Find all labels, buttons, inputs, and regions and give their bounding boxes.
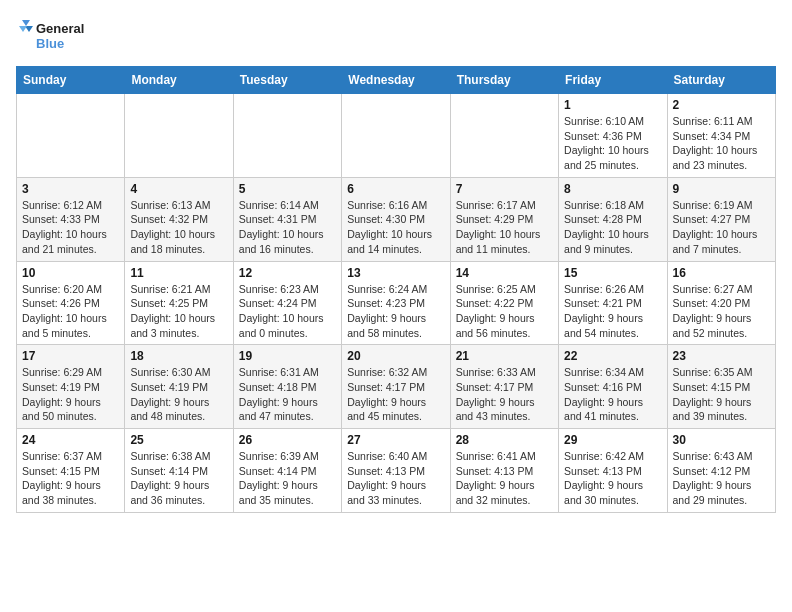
day-number: 17: [22, 349, 119, 363]
day-info: Sunrise: 6:13 AM Sunset: 4:32 PM Dayligh…: [130, 198, 227, 257]
day-number: 21: [456, 349, 553, 363]
day-info: Sunrise: 6:26 AM Sunset: 4:21 PM Dayligh…: [564, 282, 661, 341]
day-number: 24: [22, 433, 119, 447]
day-number: 6: [347, 182, 444, 196]
calendar-cell: 4Sunrise: 6:13 AM Sunset: 4:32 PM Daylig…: [125, 177, 233, 261]
logo-svg: General Blue: [16, 16, 86, 56]
header-wednesday: Wednesday: [342, 67, 450, 94]
header-thursday: Thursday: [450, 67, 558, 94]
day-number: 11: [130, 266, 227, 280]
day-number: 2: [673, 98, 770, 112]
calendar-cell: 15Sunrise: 6:26 AM Sunset: 4:21 PM Dayli…: [559, 261, 667, 345]
day-info: Sunrise: 6:29 AM Sunset: 4:19 PM Dayligh…: [22, 365, 119, 424]
day-number: 15: [564, 266, 661, 280]
day-info: Sunrise: 6:43 AM Sunset: 4:12 PM Dayligh…: [673, 449, 770, 508]
calendar-cell: 28Sunrise: 6:41 AM Sunset: 4:13 PM Dayli…: [450, 429, 558, 513]
day-number: 14: [456, 266, 553, 280]
day-info: Sunrise: 6:24 AM Sunset: 4:23 PM Dayligh…: [347, 282, 444, 341]
calendar-cell: [450, 94, 558, 178]
calendar-cell: 25Sunrise: 6:38 AM Sunset: 4:14 PM Dayli…: [125, 429, 233, 513]
day-number: 29: [564, 433, 661, 447]
calendar-cell: 12Sunrise: 6:23 AM Sunset: 4:24 PM Dayli…: [233, 261, 341, 345]
day-number: 10: [22, 266, 119, 280]
day-info: Sunrise: 6:18 AM Sunset: 4:28 PM Dayligh…: [564, 198, 661, 257]
calendar-cell: 16Sunrise: 6:27 AM Sunset: 4:20 PM Dayli…: [667, 261, 775, 345]
day-info: Sunrise: 6:25 AM Sunset: 4:22 PM Dayligh…: [456, 282, 553, 341]
calendar-cell: 17Sunrise: 6:29 AM Sunset: 4:19 PM Dayli…: [17, 345, 125, 429]
day-number: 8: [564, 182, 661, 196]
day-number: 23: [673, 349, 770, 363]
day-number: 19: [239, 349, 336, 363]
day-number: 12: [239, 266, 336, 280]
page-header: General Blue: [16, 16, 776, 56]
day-info: Sunrise: 6:34 AM Sunset: 4:16 PM Dayligh…: [564, 365, 661, 424]
day-number: 16: [673, 266, 770, 280]
day-info: Sunrise: 6:37 AM Sunset: 4:15 PM Dayligh…: [22, 449, 119, 508]
calendar-cell: 27Sunrise: 6:40 AM Sunset: 4:13 PM Dayli…: [342, 429, 450, 513]
calendar-cell: 19Sunrise: 6:31 AM Sunset: 4:18 PM Dayli…: [233, 345, 341, 429]
day-info: Sunrise: 6:38 AM Sunset: 4:14 PM Dayligh…: [130, 449, 227, 508]
svg-text:Blue: Blue: [36, 36, 64, 51]
calendar-cell: 7Sunrise: 6:17 AM Sunset: 4:29 PM Daylig…: [450, 177, 558, 261]
calendar-cell: 29Sunrise: 6:42 AM Sunset: 4:13 PM Dayli…: [559, 429, 667, 513]
header-tuesday: Tuesday: [233, 67, 341, 94]
day-number: 20: [347, 349, 444, 363]
week-row-3: 10Sunrise: 6:20 AM Sunset: 4:26 PM Dayli…: [17, 261, 776, 345]
calendar-cell: 11Sunrise: 6:21 AM Sunset: 4:25 PM Dayli…: [125, 261, 233, 345]
header-row: SundayMondayTuesdayWednesdayThursdayFrid…: [17, 67, 776, 94]
calendar-cell: 5Sunrise: 6:14 AM Sunset: 4:31 PM Daylig…: [233, 177, 341, 261]
week-row-5: 24Sunrise: 6:37 AM Sunset: 4:15 PM Dayli…: [17, 429, 776, 513]
calendar-cell: 2Sunrise: 6:11 AM Sunset: 4:34 PM Daylig…: [667, 94, 775, 178]
svg-marker-2: [22, 20, 30, 26]
day-info: Sunrise: 6:33 AM Sunset: 4:17 PM Dayligh…: [456, 365, 553, 424]
calendar-cell: 24Sunrise: 6:37 AM Sunset: 4:15 PM Dayli…: [17, 429, 125, 513]
day-info: Sunrise: 6:19 AM Sunset: 4:27 PM Dayligh…: [673, 198, 770, 257]
day-info: Sunrise: 6:21 AM Sunset: 4:25 PM Dayligh…: [130, 282, 227, 341]
header-monday: Monday: [125, 67, 233, 94]
week-row-2: 3Sunrise: 6:12 AM Sunset: 4:33 PM Daylig…: [17, 177, 776, 261]
day-number: 27: [347, 433, 444, 447]
calendar-cell: 8Sunrise: 6:18 AM Sunset: 4:28 PM Daylig…: [559, 177, 667, 261]
svg-marker-4: [19, 26, 27, 32]
day-info: Sunrise: 6:16 AM Sunset: 4:30 PM Dayligh…: [347, 198, 444, 257]
calendar-cell: 14Sunrise: 6:25 AM Sunset: 4:22 PM Dayli…: [450, 261, 558, 345]
calendar-cell: 18Sunrise: 6:30 AM Sunset: 4:19 PM Dayli…: [125, 345, 233, 429]
day-info: Sunrise: 6:31 AM Sunset: 4:18 PM Dayligh…: [239, 365, 336, 424]
header-friday: Friday: [559, 67, 667, 94]
day-info: Sunrise: 6:14 AM Sunset: 4:31 PM Dayligh…: [239, 198, 336, 257]
calendar-table: SundayMondayTuesdayWednesdayThursdayFrid…: [16, 66, 776, 513]
calendar-cell: 3Sunrise: 6:12 AM Sunset: 4:33 PM Daylig…: [17, 177, 125, 261]
calendar-cell: 26Sunrise: 6:39 AM Sunset: 4:14 PM Dayli…: [233, 429, 341, 513]
calendar-cell: [342, 94, 450, 178]
day-number: 22: [564, 349, 661, 363]
day-number: 18: [130, 349, 227, 363]
week-row-1: 1Sunrise: 6:10 AM Sunset: 4:36 PM Daylig…: [17, 94, 776, 178]
day-info: Sunrise: 6:12 AM Sunset: 4:33 PM Dayligh…: [22, 198, 119, 257]
header-sunday: Sunday: [17, 67, 125, 94]
day-number: 5: [239, 182, 336, 196]
calendar-cell: 9Sunrise: 6:19 AM Sunset: 4:27 PM Daylig…: [667, 177, 775, 261]
day-number: 25: [130, 433, 227, 447]
calendar-cell: [17, 94, 125, 178]
day-number: 9: [673, 182, 770, 196]
day-number: 26: [239, 433, 336, 447]
day-info: Sunrise: 6:20 AM Sunset: 4:26 PM Dayligh…: [22, 282, 119, 341]
calendar-header: SundayMondayTuesdayWednesdayThursdayFrid…: [17, 67, 776, 94]
day-info: Sunrise: 6:30 AM Sunset: 4:19 PM Dayligh…: [130, 365, 227, 424]
day-info: Sunrise: 6:32 AM Sunset: 4:17 PM Dayligh…: [347, 365, 444, 424]
day-number: 7: [456, 182, 553, 196]
day-info: Sunrise: 6:40 AM Sunset: 4:13 PM Dayligh…: [347, 449, 444, 508]
calendar-cell: 13Sunrise: 6:24 AM Sunset: 4:23 PM Dayli…: [342, 261, 450, 345]
calendar-cell: 10Sunrise: 6:20 AM Sunset: 4:26 PM Dayli…: [17, 261, 125, 345]
calendar-cell: [233, 94, 341, 178]
day-number: 30: [673, 433, 770, 447]
svg-text:General: General: [36, 21, 84, 36]
calendar-cell: 6Sunrise: 6:16 AM Sunset: 4:30 PM Daylig…: [342, 177, 450, 261]
day-info: Sunrise: 6:35 AM Sunset: 4:15 PM Dayligh…: [673, 365, 770, 424]
day-number: 13: [347, 266, 444, 280]
day-info: Sunrise: 6:17 AM Sunset: 4:29 PM Dayligh…: [456, 198, 553, 257]
day-info: Sunrise: 6:42 AM Sunset: 4:13 PM Dayligh…: [564, 449, 661, 508]
day-info: Sunrise: 6:10 AM Sunset: 4:36 PM Dayligh…: [564, 114, 661, 173]
day-info: Sunrise: 6:27 AM Sunset: 4:20 PM Dayligh…: [673, 282, 770, 341]
day-number: 28: [456, 433, 553, 447]
